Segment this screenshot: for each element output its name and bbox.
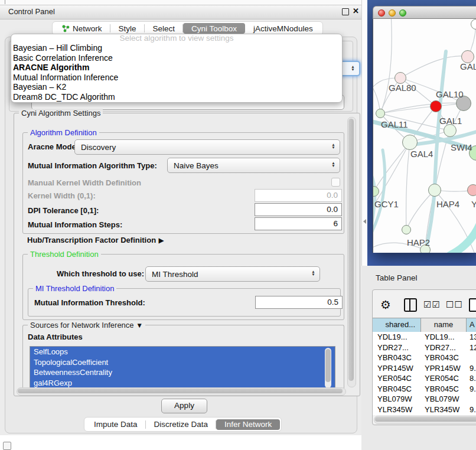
node-label-y: Y (471, 199, 476, 209)
column-header-shared[interactable]: shared... (373, 318, 421, 332)
algorithm-option-bayesian-k2[interactable]: Bayesian – K2 (11, 82, 342, 92)
table-row[interactable]: YIL052CYIL052C9 (373, 415, 476, 415)
table-cell: YDR27... (421, 343, 467, 353)
deselect-all-icon[interactable]: ☐☐ (446, 299, 463, 310)
float-window-icon[interactable] (342, 8, 349, 15)
close-icon[interactable]: ✕ (353, 6, 359, 15)
table-cell: YBR045C (421, 384, 467, 394)
table-row[interactable]: YDR27...YDR27...12 (373, 343, 476, 353)
algorithm-option-dream8-dc-tdc-algorithm[interactable]: Dream8 DC_TDC Algorithm (11, 92, 342, 102)
algorithm-option-aracne-algorithm[interactable]: ARACNE Algorithm (11, 63, 342, 73)
table-body: YDL19...YDL19...13YDR27...YDR27...12YBR0… (373, 332, 476, 415)
attribute-item-topologicalcoefficient[interactable]: TopologicalCoefficient (30, 357, 335, 368)
close-traffic-light-icon[interactable] (378, 9, 385, 17)
node-label-gal1: GAL1 (439, 116, 462, 126)
node-label-gal7: GAL7 (460, 61, 476, 71)
mi-type-value: Naive Bayes (174, 161, 219, 170)
network-node[interactable] (428, 184, 441, 197)
column-header-name[interactable]: name (421, 318, 467, 332)
which-threshold-combobox[interactable]: MI Threshold ▲▼ (145, 266, 320, 282)
divider-collapse-icon[interactable] (363, 219, 366, 224)
apply-button[interactable]: Apply (161, 399, 207, 413)
table-row[interactable]: YBL079WYBL079W (373, 394, 476, 405)
zoom-traffic-light-icon[interactable] (399, 9, 406, 17)
cyni-bottom-tabs: Impute DataDiscretize DataInfer Network (84, 417, 282, 432)
node-label-gal80: GAL80 (389, 83, 416, 93)
node-label-gal10: GAL10 (436, 89, 464, 99)
attribute-item-gal4rgexp[interactable]: gal4RGexp (30, 378, 335, 389)
table-cell: YBR043C (373, 353, 421, 363)
mi-type-combobox[interactable]: Naive Bayes ▲▼ (167, 158, 340, 173)
network-window-titlebar[interactable] (373, 6, 476, 19)
attribute-item-betweennesscentrality[interactable]: BetweennessCentrality (30, 367, 335, 378)
dpi-tolerance-field[interactable]: 0.0 (255, 203, 342, 216)
algorithm-option-bayesian-hill-climbing[interactable]: Bayesian – Hill Climbing (11, 43, 342, 53)
document-icon[interactable] (469, 298, 476, 312)
mi-type-label: Mutual Information Algorithm Type: (28, 161, 157, 170)
network-canvas[interactable]: GAL7GAL80GAL10GAL11GAL1SWI4GAL4GCY1HAP4Y… (373, 19, 476, 253)
select-all-icon[interactable]: ☑☑ (423, 299, 441, 310)
network-view-window: GAL7GAL80GAL10GAL11GAL1SWI4GAL4GCY1HAP4Y… (373, 6, 476, 253)
tab-discretize-data[interactable]: Discretize Data (146, 419, 217, 430)
which-threshold-value: MI Threshold (152, 270, 198, 279)
network-node[interactable] (395, 72, 406, 84)
cyni-algorithm-settings-group: Cyni Algorithm Settings Algorithm Defini… (14, 113, 360, 396)
table-horizontal-scrollbar[interactable] (374, 416, 476, 424)
mi-threshold-group: MI Threshold Definition Mutual Informati… (28, 288, 341, 317)
tab-network[interactable]: Network (54, 23, 110, 34)
kernel-width-field[interactable]: 0.0 (255, 189, 342, 202)
hub-definition-toggle[interactable]: Hub/Transcription Factor Definition ▶ (27, 234, 164, 245)
settings-horizontal-scrollbar[interactable] (17, 387, 346, 396)
table-row[interactable]: YBR045CYBR045C9. (373, 384, 476, 394)
table-row[interactable]: YPR145WYPR145W9. (373, 363, 476, 374)
algorithm-dropdown-popup: Select algorithm to view settings Bayesi… (11, 34, 343, 103)
table-row[interactable]: YER054CYER054C8. (373, 373, 476, 384)
tab-cyni-toolbox[interactable]: Cyni Toolbox (183, 23, 245, 34)
node-label-swi4: SWI4 (451, 142, 472, 152)
sources-toggle[interactable]: Sources for Network Inference ▼ (28, 321, 145, 330)
columns-icon[interactable] (404, 298, 417, 312)
top-strip (0, 0, 361, 5)
aracne-mode-label: Aracne Mode: (28, 142, 79, 151)
table-cell: 9. (467, 363, 476, 374)
algorithm-dropdown-list: Bayesian – Hill ClimbingBasic Correlatio… (11, 43, 342, 102)
stepper-icon: ▲▼ (350, 65, 356, 71)
mi-threshold-field[interactable]: 0.5 (255, 296, 343, 309)
table-row[interactable]: YBR043CYBR043C (373, 353, 476, 363)
tab-infer-network[interactable]: Infer Network (216, 419, 280, 430)
list-scrollbar[interactable] (325, 348, 331, 388)
network-node[interactable] (376, 109, 385, 118)
network-node[interactable] (402, 135, 418, 150)
network-node[interactable] (444, 124, 457, 137)
data-attributes-list[interactable]: SelfLoopsTopologicalCoefficientBetweenne… (30, 346, 335, 391)
tab-label: jActiveMNodules (253, 24, 313, 33)
aracne-mode-combobox[interactable]: Discovery ▲▼ (74, 139, 340, 155)
table-cell: YLR345W (373, 405, 421, 415)
screen: Control Panel ✕ NetworkStyleSelectCyni T… (0, 0, 476, 450)
minimize-traffic-light-icon[interactable] (389, 9, 396, 17)
tab-impute-data[interactable]: Impute Data (86, 419, 146, 430)
manual-kernel-checkbox[interactable] (331, 178, 340, 187)
gear-icon[interactable]: ⚙ (380, 298, 391, 311)
network-node[interactable] (467, 184, 476, 196)
table-cell: 8. (467, 373, 476, 384)
minimized-panel-icon[interactable] (3, 442, 11, 450)
settings-vertical-scrollbar[interactable] (347, 117, 356, 387)
algorithm-option-basic-correlation-inference[interactable]: Basic Correlation Inference (11, 53, 342, 63)
attribute-item-selfloops[interactable]: SelfLoops (30, 347, 335, 357)
stepper-icon: ▲▼ (310, 270, 317, 276)
network-node[interactable] (402, 225, 411, 234)
control-panel-titlebar: Control Panel ✕ (0, 5, 361, 19)
network-node[interactable] (430, 100, 442, 112)
table-row[interactable]: YDL19...YDL19...13 (373, 332, 476, 343)
tab-style[interactable]: Style (110, 23, 145, 34)
stepper-icon: ▲▼ (330, 161, 337, 167)
network-icon (62, 25, 70, 32)
column-header-a[interactable]: A (467, 318, 476, 332)
tab-jactivemnodules[interactable]: jActiveMNodules (245, 23, 321, 34)
table-row[interactable]: YLR345WYLR345W9. (373, 405, 476, 415)
mi-steps-field[interactable]: 6 (255, 217, 342, 230)
table-cell: YBR045C (373, 384, 421, 394)
tab-select[interactable]: Select (145, 23, 184, 34)
algorithm-option-mutual-information-inference[interactable]: Mutual Information Inference (11, 73, 342, 83)
